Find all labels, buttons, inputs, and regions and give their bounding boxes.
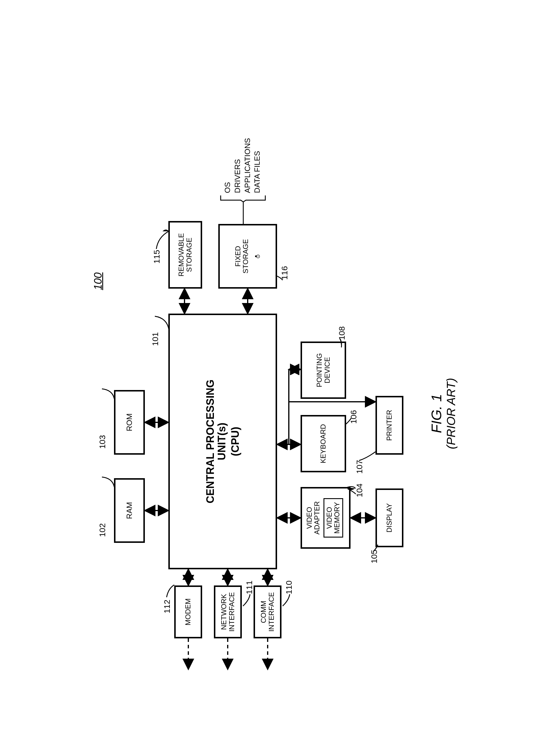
storage-os: OS [223,138,233,193]
rom-label: ROM [125,413,134,431]
block-modem: MODEM [174,585,202,638]
printer-ref: 107 [355,460,364,474]
keyboard-ref: 106 [349,410,359,424]
pointing-line1: POINTING [316,353,323,387]
comm-line2: INTERFACE [268,592,275,632]
block-fixed-storage: FIXED STORAGE ⊙ [218,224,277,289]
netif-line2: INTERFACE [228,592,236,632]
fixed-ref: 116 [280,266,289,280]
block-removable-storage: REMOVABLE STORAGE [168,221,202,289]
removable-line2: STORAGE [185,238,193,272]
ram-ref: 102 [98,523,107,537]
modem-ref: 112 [162,600,172,613]
netif-ref: 111 [245,580,254,594]
pointing-ref: 108 [337,326,347,340]
keyboard-label: KEYBOARD [319,424,327,463]
block-network-interface: NETWORK INTERFACE [214,585,242,638]
video-memory-subbox: VIDEO MEMORY [324,498,343,537]
block-printer: PRINTER [375,396,404,455]
pointing-line2: DEVICE [324,357,331,383]
block-rom: ROM [114,390,145,455]
cpu-line3: (CPU) [229,427,241,456]
video-line1: VIDEO [306,507,313,529]
storage-drivers: DRIVERS [233,138,243,193]
fixed-storage-dot: ⊙ [255,254,261,259]
cpu-line1: CENTRAL PROCESSING [204,380,216,503]
comm-line1: COMM [260,601,267,623]
removable-line1: REMOVABLE [178,233,185,276]
netif-line1: NETWORK [220,594,228,630]
video-line2: ADAPTER [313,501,321,534]
bracket-connector [242,201,245,224]
figure-number: FIG. 1 [428,355,445,472]
storage-contents-list: OS DRIVERS APPLICATIONS DATA FILES [223,138,262,193]
fixed-line2: STORAGE [242,239,249,274]
ram-label: RAM [125,502,134,519]
video-ref: 104 [355,483,364,497]
display-ref: 105 [370,550,379,563]
comm-ref: 110 [284,580,294,594]
modem-label: MODEM [184,599,192,625]
block-cpu: CENTRAL PROCESSING UNIT(s) (CPU) [168,314,277,569]
block-ram: RAM [114,478,145,543]
block-display: DISPLAY [375,488,404,547]
system-ref-number: 100 [92,272,104,290]
cpu-ref: 101 [151,332,160,346]
block-pointing-device: POINTING DEVICE [300,342,346,399]
rom-ref: 103 [98,435,107,449]
storage-datafiles: DATA FILES [252,138,262,193]
cpu-line2: UNIT(s) [216,423,228,460]
storage-applications: APPLICATIONS [243,138,253,193]
block-comm-interface: COMM INTERFACE [253,585,281,638]
printer-label: PRINTER [385,410,393,441]
block-keyboard: KEYBOARD [300,415,346,472]
connectors-layer [74,91,486,652]
figure-prior-art: (PRIOR ART) [445,355,458,472]
block-video-adapter: VIDEO ADAPTER VIDEO MEMORY [300,487,351,549]
fixed-line1: FIXED [234,246,242,267]
removable-ref: 115 [152,250,161,264]
display-label: DISPLAY [385,503,393,533]
diagram-canvas: 100 RAM 102 ROM 103 CENTRAL PROCESSING U… [74,91,486,652]
bracket-storage [221,193,266,202]
